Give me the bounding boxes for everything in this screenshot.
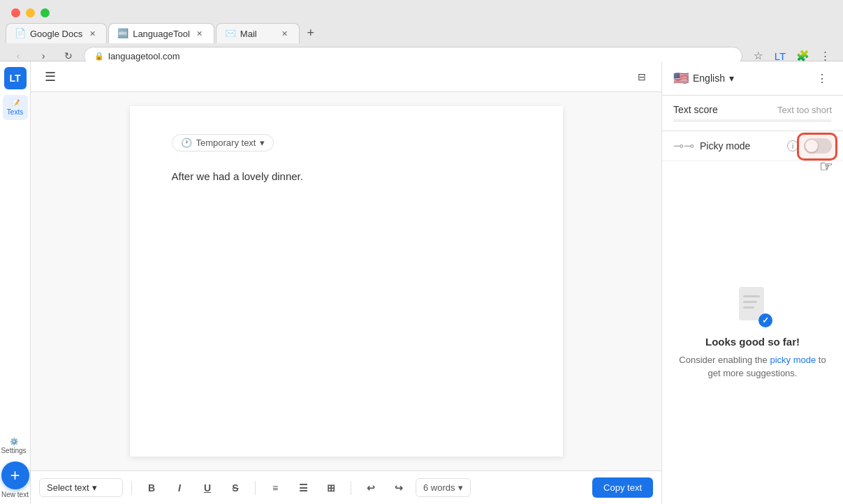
sidebar-settings-label: Settings: [1, 447, 26, 454]
picky-mode-link[interactable]: picky mode: [770, 355, 816, 365]
doc-type-label: Temporary text: [196, 138, 256, 148]
score-label: Text score: [673, 104, 718, 115]
lock-icon: 🔒: [94, 52, 104, 61]
score-bar: [673, 119, 832, 122]
sidebar-texts-label: Texts: [7, 108, 23, 116]
view-toggle-button[interactable]: ⊟: [631, 66, 653, 88]
right-panel: 🇺🇸 English ▾ ⋮ Text score Text too short…: [661, 61, 843, 504]
good-title: Looks good so far!: [705, 336, 800, 348]
tab-languagetool[interactable]: 🔤 LanguageTool ✕: [108, 23, 214, 43]
logo-text: LT: [9, 73, 20, 84]
good-section: ✓ Looks good so far! Consider enabling t…: [662, 161, 843, 504]
left-sidebar: LT 📝 Texts ⚙️ Settings + New text: [0, 61, 31, 504]
sidebar-bottom: ⚙️ Settings + New text: [1, 433, 29, 498]
word-count-label: 6 words: [423, 482, 455, 493]
url-text: languagetool.com: [108, 51, 732, 61]
settings-icon: ⚙️: [10, 438, 18, 445]
copy-text-button[interactable]: Copy text: [592, 477, 653, 498]
unordered-list-button[interactable]: ☰: [292, 477, 314, 499]
maximize-button[interactable]: [41, 8, 50, 17]
svg-rect-2: [743, 301, 757, 303]
panel-toggle-button[interactable]: ☰: [39, 66, 61, 88]
browser-chrome: 📄 Google Docs ✕ 🔤 LanguageTool ✕ ✉️ Mail…: [0, 0, 843, 61]
texts-icon: 📝: [11, 99, 20, 107]
panel-menu-icon: ⋮: [816, 72, 828, 85]
divider-1: [131, 481, 132, 495]
undo-button[interactable]: ↩: [360, 477, 382, 499]
score-status: Text too short: [777, 105, 832, 115]
panel-menu-button[interactable]: ⋮: [812, 68, 832, 88]
tab-google-docs-label: Google Docs: [30, 29, 82, 39]
document[interactable]: 🕐 Temporary text ▾ After we had a lovely…: [130, 106, 563, 457]
sidebar-logo: LT: [4, 67, 27, 89]
toggle-knob: [805, 140, 818, 152]
tabs-bar: 📄 Google Docs ✕ 🔤 LanguageTool ✕ ✉️ Mail…: [0, 23, 843, 43]
language-selector[interactable]: 🇺🇸 English ▾: [673, 71, 734, 86]
format-more-button[interactable]: ⊞: [320, 477, 342, 499]
picky-toggle-icon: ⊸⊸: [673, 138, 694, 154]
picky-mode-toggle[interactable]: [804, 138, 832, 154]
flag-icon: 🇺🇸: [673, 71, 689, 86]
minimize-button[interactable]: [26, 8, 35, 17]
picky-toggle-wrapper: [804, 138, 832, 154]
doc-check-icon: ✓: [736, 286, 770, 327]
new-tab-button[interactable]: +: [301, 24, 321, 43]
language-label: English: [693, 73, 725, 84]
editor-toolbar: ☰ ⊟: [31, 61, 661, 92]
word-count-chevron: ▾: [458, 482, 463, 493]
main-layout: LT 📝 Texts ⚙️ Settings + New text ☰ ⊟: [0, 61, 843, 504]
document-area[interactable]: 🕐 Temporary text ▾ After we had a lovely…: [31, 92, 661, 470]
italic-button[interactable]: I: [168, 477, 191, 499]
tab-languagetool-close[interactable]: ✕: [194, 28, 205, 39]
tab-languagetool-label: LanguageTool: [133, 29, 190, 39]
word-count-dropdown[interactable]: 6 words ▾: [416, 478, 471, 497]
content-area: ☰ ⊟ 🕐 Temporary text ▾ After we had a lo…: [31, 61, 661, 504]
score-section: Text score Text too short: [662, 96, 843, 131]
traffic-lights: [0, 0, 843, 23]
right-panel-header: 🇺🇸 English ▾ ⋮: [662, 61, 843, 96]
divider-3: [351, 481, 351, 495]
tab-mail-close[interactable]: ✕: [279, 28, 291, 39]
picky-info-icon[interactable]: i: [787, 140, 798, 151]
sidebar-item-settings[interactable]: ⚙️ Settings: [1, 433, 27, 459]
tab-google-docs-close[interactable]: ✕: [87, 28, 98, 39]
tab-mail[interactable]: ✉️ Mail ✕: [216, 23, 300, 43]
underline-button[interactable]: U: [196, 477, 219, 499]
doc-type-dropdown[interactable]: 🕐 Temporary text ▾: [172, 134, 274, 151]
good-description: Consider enabling the picky mode to get …: [679, 353, 826, 380]
check-badge: ✓: [758, 313, 772, 327]
redo-button[interactable]: ↪: [388, 477, 410, 499]
close-button[interactable]: [11, 8, 20, 17]
bold-button[interactable]: B: [140, 477, 163, 499]
select-text-label: Select text: [47, 482, 89, 493]
google-docs-icon: 📄: [15, 28, 26, 39]
mail-icon: ✉️: [225, 28, 236, 39]
doc-content[interactable]: After we had a lovely dinner.: [172, 168, 521, 185]
strikethrough-button[interactable]: S: [224, 477, 247, 499]
svg-rect-1: [743, 295, 760, 297]
bottom-bar: Select text ▾ B I U S ≡ ☰ ⊞ ↩ ↪ 6 words …: [31, 470, 661, 504]
lang-chevron-icon: ▾: [729, 73, 734, 84]
tab-mail-label: Mail: [240, 29, 275, 39]
picky-section: ⊸⊸ Picky mode i ☞: [662, 131, 843, 161]
dropdown-chevron-icon: ▾: [260, 138, 265, 148]
divider-2: [255, 481, 256, 495]
tab-google-docs[interactable]: 📄 Google Docs ✕: [6, 23, 107, 43]
picky-mode-label: Picky mode: [700, 140, 782, 151]
score-header: Text score Text too short: [673, 104, 832, 115]
view-icons: ⊟: [631, 66, 653, 88]
ordered-list-button[interactable]: ≡: [264, 477, 286, 499]
select-chevron-icon: ▾: [92, 482, 97, 493]
select-text-dropdown[interactable]: Select text ▾: [39, 478, 123, 497]
new-text-label: New text: [1, 491, 29, 498]
sidebar-item-texts[interactable]: 📝 Texts: [3, 95, 28, 120]
svg-rect-3: [743, 306, 754, 309]
new-text-button[interactable]: +: [1, 461, 29, 489]
clock-icon: 🕐: [181, 138, 192, 148]
languagetool-icon: 🔤: [117, 28, 129, 39]
